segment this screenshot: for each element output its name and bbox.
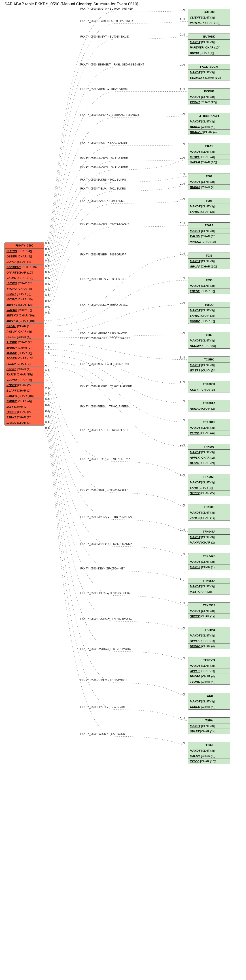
field-row: EBENE [CHAR (2)] — [188, 288, 230, 294]
edge-label: FKKPY_0590-FDGRP = T035-GRUPP — [80, 253, 126, 256]
field-row: GSBER [CHAR (4)] — [5, 254, 44, 259]
field-row: MANDT [CLNT (3)] — [188, 425, 230, 430]
edge-label: FKKPY_0590-BUKRS = T001-BUKRS — [80, 178, 126, 181]
field-row: MWSKZ [CHAR (2)] — [188, 239, 230, 244]
cardinality-target: 0..N — [180, 692, 185, 695]
field-row: MANDT [CLNT (3)] — [188, 480, 230, 485]
field-row: FDLEV [CHAR (2)] — [5, 361, 44, 366]
field-row: MWSKZ [CHAR (2)] — [5, 302, 44, 307]
field-row: QSSKZ [CHAR (2)] — [188, 318, 230, 324]
cardinality-source: 0..N — [45, 282, 50, 285]
edge-label: FKKPY_0590-GSBER = TGSB-GSBER — [80, 679, 128, 682]
cardinality-source: 0..N — [45, 426, 50, 430]
field-row: APPLK [CHAR (1)] — [188, 455, 230, 460]
field-row: WAERS [CUKY (5)] — [5, 307, 44, 313]
entity-header: TFK000K — [188, 381, 230, 387]
field-row: BUKRS [CHAR (4)] — [5, 248, 44, 254]
entity-t880: T880MANDT [CLNT (3)]RCOMP [CHAR (6)] — [188, 332, 230, 348]
field-row: SEGMENT [CHAR (10)] — [188, 75, 230, 80]
edge-label: FKKPY_0590-HVORG = TFKHVO-HVORG — [80, 617, 132, 620]
edge-label: FKKPY_0590-SEGMENT = FAGL_SEGM-SEGMENT — [80, 63, 144, 66]
field-row: MANDT [CLNT (3)] — [188, 283, 230, 288]
field-row: MWSKO [CHAR (10)] — [5, 313, 44, 318]
entity-tfk056a: TFK056AMANDT [CLNT (3)]IKEY [CHAR (2)] — [188, 578, 230, 595]
field-row: SPART [CHAR (2)] — [5, 291, 44, 297]
field-row: HVORG [CHAR (4)] — [188, 643, 230, 649]
cardinality-target: 0..N — [180, 741, 185, 745]
field-row: STRKZ [CHAR (2)] — [188, 490, 230, 496]
field-row: IKEY [CHAR (2)] — [5, 404, 44, 409]
cardinality-source: 0..N — [45, 311, 50, 314]
field-row: MANDT [CLNT (3)] — [188, 204, 230, 209]
entity-header: TCURC — [188, 357, 230, 363]
entity-header: BUT0BK — [188, 34, 230, 40]
edge-label: FKKPY_0590-GPART = BUT000-PARTNER — [80, 19, 133, 22]
entity-header: TFK001A — [188, 400, 230, 406]
edge-label: FKKPY_0590-IKEY = TFK056A-IKEY — [80, 567, 125, 570]
field-row: KALSM [CHAR (6)] — [188, 234, 230, 239]
entity-header: FAGL_SEGM — [188, 64, 230, 70]
edge-label: FKKPY_0590-SPZAH = TFK008-ZAHLS — [80, 489, 129, 492]
field-row: MANSP [CHAR (1)] — [5, 350, 44, 356]
field-row: SEGMENT [CHAR (10)] — [5, 264, 44, 270]
cardinality-source: 1 — [45, 340, 47, 343]
field-row: KTOPL [CHAR (4)] — [188, 154, 230, 159]
entity-header: TFK008 — [188, 504, 230, 510]
field-row: MANDT [CLNT (3)] — [188, 748, 230, 753]
field-row: BLART [CHAR (2)] — [5, 388, 44, 393]
field-row: MAHNV [CHAR (2)] — [188, 540, 230, 545]
cardinality-target: 0..N — [180, 717, 185, 720]
field-row: MANDT [CLNT (3)] — [188, 724, 230, 729]
field-row: MANDT [CLNT (3)] — [188, 94, 230, 99]
edge-label: FKKPY_0590-EMGPA = BUT000-PARTNER — [80, 7, 133, 10]
field-row: MANDT [CLNT (3)] — [188, 663, 230, 668]
entity-tfktvo: TFKTVOMANDT [CLNT (3)]APPLK [CHAR (1)]HV… — [188, 657, 230, 684]
field-row: HKONT [CHAR (10)] — [5, 297, 44, 302]
field-row: PARTNER [CHAR (10)] — [188, 20, 230, 25]
entity-tfkhvo: TFKHVOMANDT [CLNT (3)]APPLK [CHAR (1)]HV… — [188, 627, 230, 649]
entity-header: TFK001P — [188, 419, 230, 425]
field-row: MANDT [CLNT (3)] — [188, 584, 230, 589]
field-row: KONTT [CHAR (2)] — [188, 387, 230, 392]
field-row: MANDT [CLNT (3)] — [188, 228, 230, 234]
cardinality-target: 0..N — [180, 156, 185, 159]
field-row: GSBER [CHAR (4)] — [188, 704, 230, 710]
entity-header: BUT000 — [188, 9, 230, 15]
cardinality-target: 1..N — [180, 356, 185, 359]
edge-label: FKKPY_0590-PERSL = TFK001P-PERSL — [80, 405, 130, 408]
cardinality-target: 0..N — [180, 173, 185, 176]
field-row: MANDT [CLNT (3)] — [188, 699, 230, 704]
entity-header: TTXJ — [188, 742, 230, 748]
edge-label: FKKPY_0590-BUPLA = J_1BBRANCH-BRANCH — [80, 113, 139, 116]
field-row: MANDT [CLNT (3)] — [188, 308, 230, 313]
cardinality-target: 0..N — [180, 504, 185, 507]
field-row: BUKRS [CHAR (4)] — [188, 124, 230, 129]
field-row: MANDT [CLNT (3)] — [188, 535, 230, 540]
entity-fkkvk: FKKVKMANDT [CLNT (3)]VKONT [CHAR (12)] — [188, 88, 230, 105]
field-row: HVORG [CHAR (4)] — [188, 674, 230, 679]
cardinality-source: 1..N — [45, 352, 50, 355]
field-row: AUGRD [CHAR (2)] — [188, 406, 230, 411]
entity-tfk001p: TFK001PMANDT [CLNT (3)]PERSL [CHAR (4)] — [188, 419, 230, 436]
entity-tgsb: TGSBMANDT [CLNT (3)]GSBER [CHAR (4)] — [188, 693, 230, 710]
edge-label: FKKPY_0590-STRKZ = TFK007F-STRKZ — [80, 458, 130, 461]
field-row: QSSKZ [CHAR (2)] — [5, 409, 44, 415]
cardinality-target: 0..N — [180, 277, 185, 280]
field-row: GRUPP [CHAR (10)] — [188, 264, 230, 269]
cardinality-source: 0..N — [45, 409, 50, 412]
entity-but0bk: BUT0BKMANDT [CLNT (3)]PARTNER [CHAR (10)… — [188, 33, 230, 56]
field-row: BUPLA [CHAR (4)] — [5, 259, 44, 264]
edge-label: FKKPY_0590-MWVKO = SKA1-SAKNR — [80, 166, 128, 169]
cardinality-source: 0..N — [45, 294, 50, 297]
entity-header: J_1BBRANCH — [188, 113, 230, 119]
entity-header: TFKTVO — [188, 657, 230, 663]
entity-ttxj: TTXJMANDT [CLNT (3)]KALSM [CHAR (6)]TXJC… — [188, 742, 230, 764]
field-row: CLIENT [CLNT (3)] — [188, 15, 230, 20]
field-row: MANDT [CLNT (3)] — [188, 149, 230, 154]
entity-tspa: TSPAMANDT [CLNT (3)]SPART [CHAR (2)] — [188, 718, 230, 734]
entity-tfk047s: TFK047SMANDT [CLNT (3)]MANSP [CHAR (1)] — [188, 553, 230, 570]
edge-label: FKKPY_0590-BLART = TFK003-BLART — [80, 428, 128, 431]
field-row: LANDL [CHAR (3)] — [5, 420, 44, 425]
entity-header: FKKPY_0590 — [5, 243, 44, 248]
cardinality-source: 1 — [45, 317, 47, 320]
